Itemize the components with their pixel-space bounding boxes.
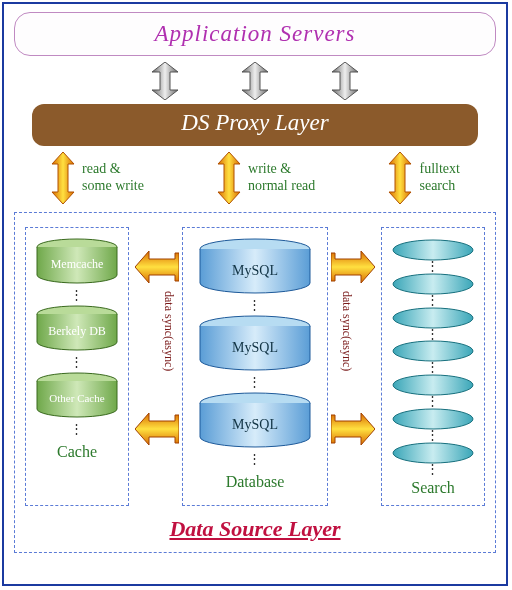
- svg-text:Memcache: Memcache: [51, 257, 104, 271]
- svg-text:Berkely DB: Berkely DB: [48, 324, 106, 338]
- cylinder-icon: MySQL: [195, 315, 315, 371]
- cylinder-icon: MySQL: [195, 392, 315, 448]
- svg-point-13: [393, 274, 473, 294]
- svg-point-14: [393, 308, 473, 328]
- dots-icon: ⋮: [248, 375, 262, 388]
- dots-icon: ⋮: [426, 296, 440, 304]
- application-servers-box: Application Servers: [14, 12, 496, 56]
- dots-icon: ⋮: [426, 262, 440, 270]
- database-title: Database: [226, 473, 285, 491]
- svg-point-15: [393, 341, 473, 361]
- dots-icon: ⋮: [70, 355, 84, 368]
- data-source-layer-title: Data Source Layer: [25, 516, 485, 542]
- cylinder-icon: MySQL: [195, 238, 315, 294]
- ds-proxy-layer-box: DS Proxy Layer: [32, 104, 478, 146]
- svg-text:Other Cache: Other Cache: [49, 392, 104, 404]
- dots-icon: ⋮: [426, 431, 440, 439]
- cache-stack: Memcache ⋮ Berkely DB ⋮ Other Cache ⋮: [34, 238, 120, 439]
- flow-right: fulltextsearch: [387, 150, 459, 206]
- svg-point-16: [393, 375, 473, 395]
- flow-mid: write &normal read: [216, 150, 315, 206]
- diagram-frame: Application Servers DS Proxy Layer read …: [2, 2, 508, 586]
- database-column: MySQL ⋮ MySQL ⋮ MySQL ⋮ Database: [182, 227, 328, 506]
- dots-icon: ⋮: [426, 330, 440, 338]
- ds-proxy-layer-title: DS Proxy Layer: [32, 110, 478, 136]
- sync-right-label: data sync(async): [339, 291, 354, 371]
- cache-column: Memcache ⋮ Berkely DB ⋮ Other Cache ⋮ Ca…: [25, 227, 129, 506]
- flow-left: read &some write: [50, 150, 144, 206]
- svg-point-18: [393, 443, 473, 463]
- dots-icon: ⋮: [248, 452, 262, 465]
- dots-icon: ⋮: [426, 363, 440, 371]
- svg-text:MySQL: MySQL: [232, 417, 278, 432]
- cylinder-icon: Other Cache: [34, 372, 120, 418]
- bidir-arrow-gray-icon: [330, 62, 360, 100]
- database-stack: MySQL ⋮ MySQL ⋮ MySQL ⋮: [195, 238, 315, 469]
- svg-text:MySQL: MySQL: [232, 340, 278, 355]
- bidir-arrow-orange-icon: [50, 152, 76, 204]
- data-source-layer-box: Memcache ⋮ Berkely DB ⋮ Other Cache ⋮ Ca…: [14, 212, 496, 553]
- dots-icon: ⋮: [70, 422, 84, 435]
- bidir-arrow-gray-icon: [240, 62, 270, 100]
- dots-icon: ⋮: [248, 298, 262, 311]
- search-title: Search: [411, 479, 455, 497]
- arrows-proxy-to-data: read &some write write &normal read full…: [14, 150, 496, 206]
- dots-icon: ⋮: [70, 288, 84, 301]
- search-stack: ⋮ ⋮ ⋮ ⋮ ⋮ ⋮ ⋮: [390, 238, 476, 475]
- bidir-arrow-orange-icon: [216, 152, 242, 204]
- arrows-app-to-proxy: [14, 62, 496, 100]
- flow-mid-label: write &normal read: [248, 161, 315, 195]
- sync-left-label: data sync(async): [161, 291, 176, 371]
- flow-right-label: fulltextsearch: [419, 161, 459, 195]
- bidir-arrow-orange-icon: [387, 152, 413, 204]
- cylinder-icon: Berkely DB: [34, 305, 120, 351]
- svg-point-17: [393, 409, 473, 429]
- cache-title: Cache: [57, 443, 97, 461]
- bidir-arrow-gray-icon: [150, 62, 180, 100]
- svg-text:MySQL: MySQL: [232, 263, 278, 278]
- search-column: ⋮ ⋮ ⋮ ⋮ ⋮ ⋮ ⋮ Search: [381, 227, 485, 506]
- application-servers-title: Application Servers: [15, 21, 495, 47]
- flow-left-label: read &some write: [82, 161, 144, 195]
- svg-point-12: [393, 240, 473, 260]
- dots-icon: ⋮: [426, 465, 440, 473]
- cylinder-icon: Memcache: [34, 238, 120, 284]
- dots-icon: ⋮: [426, 397, 440, 405]
